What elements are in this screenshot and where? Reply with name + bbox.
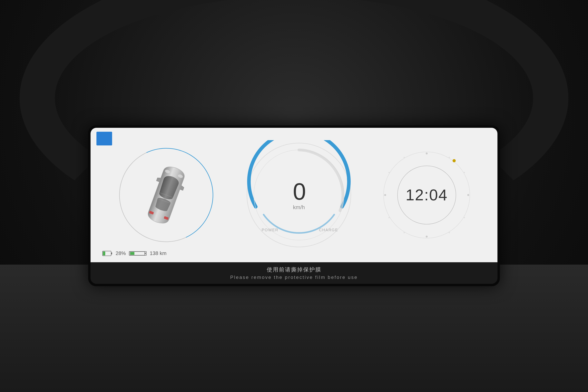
battery-icon bbox=[102, 250, 112, 256]
svg-point-24 bbox=[464, 217, 465, 218]
battery-bar-svg bbox=[130, 251, 146, 256]
svg-point-22 bbox=[464, 172, 465, 173]
svg-point-27 bbox=[452, 159, 456, 162]
panel-center: 0 km/h POWER CHARGE bbox=[240, 140, 358, 250]
car-circle bbox=[106, 135, 226, 255]
car-topview-svg bbox=[137, 159, 195, 231]
speed-unit: km/h bbox=[293, 204, 305, 210]
notification-english: Please remove the protective film before… bbox=[230, 274, 358, 280]
power-label: POWER bbox=[262, 228, 278, 232]
battery-info: 28% 138 km bbox=[102, 250, 166, 256]
speedometer: 0 km/h POWER CHARGE bbox=[244, 140, 354, 250]
range-text: 138 km bbox=[150, 250, 166, 256]
panel-right: 12:04 bbox=[378, 144, 476, 246]
charge-label: CHARGE bbox=[319, 228, 338, 232]
battery-percent: 28% bbox=[116, 250, 126, 256]
svg-point-20 bbox=[449, 157, 450, 158]
svg-point-26 bbox=[449, 232, 450, 233]
svg-point-17 bbox=[384, 194, 386, 196]
battery-bar bbox=[129, 251, 146, 256]
svg-rect-2 bbox=[103, 252, 105, 256]
panel-left bbox=[112, 144, 220, 246]
svg-point-23 bbox=[388, 217, 390, 218]
svg-point-15 bbox=[426, 152, 428, 154]
clock-time: 12:04 bbox=[406, 186, 448, 204]
clock-inner: 12:04 bbox=[397, 166, 456, 224]
svg-point-21 bbox=[388, 172, 390, 173]
clock-outer: 12:04 bbox=[382, 150, 472, 240]
notification-chinese: 使用前请撕掉保护膜 bbox=[267, 266, 322, 274]
svg-point-16 bbox=[426, 236, 428, 238]
screen-inner: 28% 138 km bbox=[90, 128, 498, 284]
speed-value: 0 bbox=[293, 180, 305, 203]
svg-point-25 bbox=[404, 232, 405, 233]
blue-sticker bbox=[96, 132, 112, 146]
instrument-cluster-screen: 28% 138 km bbox=[88, 126, 500, 286]
svg-rect-1 bbox=[111, 252, 112, 254]
speed-display: 0 km/h bbox=[293, 180, 305, 210]
notification-bar: 使用前请撕掉保护膜 Please remove the protective f… bbox=[90, 262, 498, 284]
svg-point-19 bbox=[404, 157, 405, 158]
battery-body-icon bbox=[102, 250, 112, 256]
svg-rect-4 bbox=[145, 252, 146, 254]
svg-rect-5 bbox=[130, 252, 134, 255]
svg-point-18 bbox=[467, 194, 469, 196]
display-area: 28% 138 km bbox=[90, 128, 498, 262]
